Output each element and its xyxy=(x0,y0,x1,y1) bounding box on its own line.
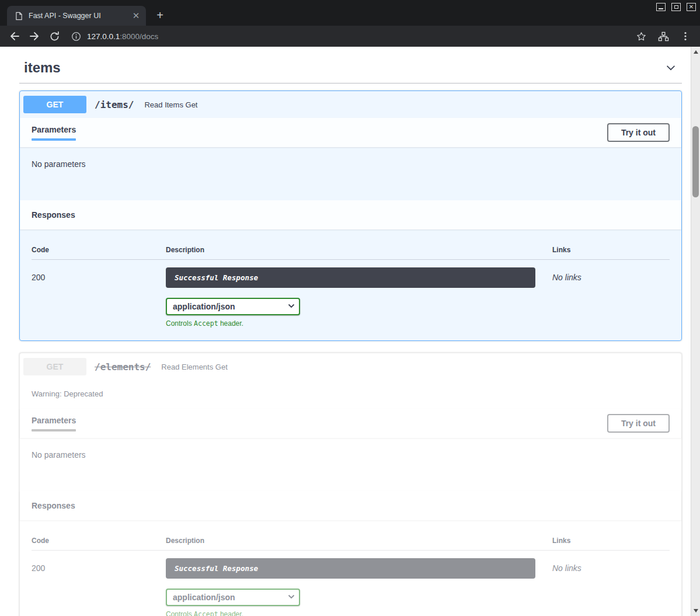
responses-header: Responses xyxy=(20,200,681,229)
browser-toolbar: 127.0.0.1:8000/docs xyxy=(0,26,700,47)
response-description: Successful Response xyxy=(166,558,535,579)
responses-table-header: Code Description Links xyxy=(32,238,670,260)
sitemap-icon xyxy=(658,31,669,42)
endpoint-summary: Read Elements Get xyxy=(161,363,227,371)
section-title: items xyxy=(24,60,61,76)
opblock-get-elements-deprecated: GET /elements/ Read Elements Get Warning… xyxy=(19,353,682,616)
tab-groups-button[interactable] xyxy=(654,28,672,44)
browser-window: Fast API - Swagger UI ✕ + ✕ 127.0.0.1:80… xyxy=(0,0,700,616)
endpoint-summary: Read Items Get xyxy=(144,100,197,109)
endpoint-path: /items/ xyxy=(95,99,134,110)
tab-title: Fast API - Swagger UI xyxy=(29,12,131,20)
http-method-badge: GET xyxy=(23,96,86,113)
responses-table: Code Description Links 200 Successful Re… xyxy=(20,229,681,340)
opblock-summary[interactable]: GET /elements/ Read Elements Get xyxy=(20,353,681,380)
chevron-down-icon[interactable] xyxy=(664,61,677,74)
toolbar-actions xyxy=(632,28,694,44)
tab-close-icon[interactable]: ✕ xyxy=(131,11,141,21)
bookmark-button[interactable] xyxy=(632,28,650,44)
browser-menu-button[interactable] xyxy=(677,28,694,44)
col-code: Code xyxy=(32,537,166,545)
close-icon: ✕ xyxy=(689,4,694,10)
maximize-button[interactable] xyxy=(671,3,681,11)
http-method-badge: GET xyxy=(23,358,86,375)
forward-button[interactable] xyxy=(26,28,43,44)
reload-icon xyxy=(49,31,60,42)
new-tab-button[interactable]: + xyxy=(153,8,167,22)
col-links: Links xyxy=(552,537,670,545)
address-bar[interactable]: 127.0.0.1:8000/docs xyxy=(71,28,630,44)
page-favicon-icon xyxy=(15,12,23,20)
parameters-header: Parameters Try it out xyxy=(20,118,681,147)
kebab-menu-icon xyxy=(680,31,691,41)
tag-items-header[interactable]: items xyxy=(19,50,682,83)
reload-button[interactable] xyxy=(46,28,63,44)
scrollbar-thumb[interactable] xyxy=(692,126,699,197)
accept-header-note: Controls Accept header. xyxy=(166,319,552,328)
responses-header: Responses xyxy=(20,491,681,520)
site-info-icon[interactable] xyxy=(71,32,81,41)
try-it-out-button[interactable]: Try it out xyxy=(607,123,670,142)
deprecated-warning: Warning: Deprecated xyxy=(20,380,681,409)
media-type-control: application/json xyxy=(166,298,300,315)
response-description-cell: Successful Response application/json xyxy=(166,267,552,328)
response-code: 200 xyxy=(32,558,166,573)
forward-icon xyxy=(29,30,40,42)
col-code: Code xyxy=(32,246,166,254)
parameters-header: Parameters Try it out xyxy=(20,409,681,438)
window-controls: ✕ xyxy=(656,3,696,11)
responses-title: Responses xyxy=(32,501,75,510)
col-description: Description xyxy=(166,537,552,545)
media-type-select[interactable]: application/json xyxy=(166,298,300,315)
scroll-down-arrow-icon[interactable] xyxy=(694,609,698,612)
responses-title: Responses xyxy=(32,210,75,220)
close-button[interactable]: ✕ xyxy=(687,3,696,11)
no-parameters-text: No parameters xyxy=(20,438,681,491)
response-row: 200 Successful Response application/json xyxy=(32,260,670,328)
col-description: Description xyxy=(166,246,552,254)
opblock-summary[interactable]: GET /items/ Read Items Get xyxy=(20,91,681,118)
response-code: 200 xyxy=(32,267,166,282)
swagger-page: items GET /items/ Read Items Get Paramet… xyxy=(0,47,700,616)
response-description-cell: Successful Response application/json xyxy=(166,558,552,616)
opblock-get-items: GET /items/ Read Items Get Parameters Tr… xyxy=(19,91,682,341)
star-icon xyxy=(636,31,647,42)
vertical-scrollbar[interactable] xyxy=(691,47,700,616)
window-titlebar: Fast API - Swagger UI ✕ + ✕ xyxy=(0,0,700,26)
scroll-up-arrow-icon[interactable] xyxy=(694,50,698,54)
response-links: No links xyxy=(552,558,670,573)
try-it-out-button[interactable]: Try it out xyxy=(607,414,670,433)
back-button[interactable] xyxy=(6,28,23,44)
response-description: Successful Response xyxy=(166,267,535,288)
media-type-control: application/json xyxy=(166,589,300,606)
page-content: items GET /items/ Read Items Get Paramet… xyxy=(0,47,700,616)
accept-header-note: Controls Accept header. xyxy=(166,610,552,616)
parameters-tab[interactable]: Parameters xyxy=(32,125,76,141)
responses-table: Code Description Links 200 Successful Re… xyxy=(20,520,681,616)
response-links: No links xyxy=(552,267,670,282)
col-links: Links xyxy=(552,246,670,254)
maximize-icon xyxy=(674,5,678,9)
parameters-tab[interactable]: Parameters xyxy=(32,416,76,431)
browser-tab[interactable]: Fast API - Swagger UI ✕ xyxy=(7,6,146,26)
no-parameters-text: No parameters xyxy=(20,147,681,200)
responses-table-header: Code Description Links xyxy=(32,528,670,551)
back-icon xyxy=(9,30,20,42)
url-text: 127.0.0.1:8000/docs xyxy=(87,32,158,41)
endpoint-path: /elements/ xyxy=(95,361,151,373)
minimize-button[interactable] xyxy=(656,3,666,11)
response-row: 200 Successful Response application/json xyxy=(32,551,670,616)
minimize-icon xyxy=(659,8,663,9)
media-type-select[interactable]: application/json xyxy=(166,589,300,606)
